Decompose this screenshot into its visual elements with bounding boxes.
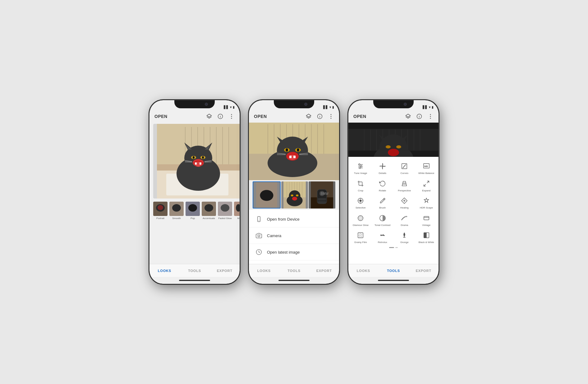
menu-item-camera[interactable]: Camera [249,227,339,244]
home-indicator [149,277,240,284]
tool-drama[interactable]: Drama [393,211,416,229]
tool-label-bw: Black & White [419,241,434,244]
tool-brush[interactable]: Brush [372,194,394,211]
look-smooth[interactable]: Smooth [169,202,184,220]
header-icons [305,113,334,119]
tool-grunge[interactable]: Grunge [393,228,416,246]
gallery-thumb-3[interactable]: BMW [309,181,335,208]
perspective-icon [400,179,409,188]
nav-tools[interactable]: TOOLS [279,269,309,273]
layers-icon[interactable] [206,113,212,119]
details-icon [378,162,387,171]
info-icon[interactable] [317,113,323,119]
look-pop[interactable]: Pop [186,202,200,220]
tool-grainy[interactable]: Grainy Film [350,228,372,246]
nav-looks[interactable]: LOOKS [348,269,379,273]
gallery-thumb-1[interactable] [253,181,281,208]
tool-healing[interactable]: Healing [393,194,416,211]
svg-rect-69 [324,124,324,154]
menu-item-latest[interactable]: Open latest image [249,244,339,260]
layers-icon[interactable] [405,113,411,119]
clock-icon [255,248,263,256]
nav-looks[interactable]: LOOKS [249,269,279,273]
tool-vintage[interactable]: Vintage [416,211,438,229]
svg-point-76 [286,148,288,152]
tools-panel: Tune Image Details Curves WB [348,157,439,264]
nav-export[interactable]: EXPORT [309,269,339,273]
app-header: OPEN [348,110,439,123]
look-accentuate[interactable]: Accentuate [202,202,216,220]
tool-bw[interactable]: Black & White [416,228,438,246]
svg-point-5 [231,116,232,117]
info-icon[interactable] [217,113,223,119]
tool-label-rotate: Rotate [379,189,386,192]
svg-rect-68 [317,124,318,154]
svg-point-111 [258,235,260,237]
wifi-icon: ▾ [329,105,331,109]
svg-marker-0 [207,114,212,117]
svg-rect-90 [287,182,287,197]
open-button[interactable]: OPEN [154,114,168,119]
tool-label-tune: Tune Image [354,172,367,175]
svg-point-87 [260,190,273,201]
look-label-faded-glow: Faded Glow [218,217,232,220]
svg-marker-51 [306,114,311,117]
info-icon[interactable] [416,113,422,119]
tool-hdr[interactable]: HDR Scape [416,194,438,211]
gallery-thumb-2[interactable] [281,181,308,208]
svg-point-176 [360,236,360,237]
tool-rotate[interactable]: Rotate [372,177,394,194]
open-menu: Open from Device Camera [249,210,339,264]
tool-label-healing: Healing [400,206,409,209]
tool-crop[interactable]: Crop [350,177,372,194]
nav-export[interactable]: EXPORT [209,269,240,273]
more-icon[interactable] [228,113,235,119]
menu-item-device[interactable]: Open from Device [249,211,339,227]
tool-curves[interactable]: Curves [393,159,416,177]
svg-point-177 [361,236,361,237]
crop-icon [356,179,365,188]
phone-open: ▋▋ ▾ ▮ OPEN [249,100,339,284]
tool-retrolux[interactable]: Retrolux [372,228,394,246]
layers-icon[interactable] [305,113,312,119]
nav-tools[interactable]: TOOLS [180,269,210,273]
main-image [348,123,439,157]
svg-point-28 [202,156,204,159]
more-icon[interactable] [328,113,334,119]
bottom-nav: LOOKS TOOLS EXPORT [249,264,339,277]
tool-white-balance[interactable]: WB White Balance [416,159,438,177]
scroll-indicator [348,246,439,249]
look-faded-glow[interactable]: Faded Glow [218,202,232,220]
tool-perspective[interactable]: Perspective [393,177,416,194]
nav-tools[interactable]: TOOLS [379,269,409,273]
svg-point-57 [331,118,332,119]
home-bar [278,280,310,281]
tool-tune-image[interactable]: Tune Image [350,159,372,177]
svg-rect-124 [376,129,377,151]
nav-looks[interactable]: LOOKS [149,269,180,273]
tonal-icon [378,214,387,222]
more-icon[interactable] [427,113,434,119]
svg-point-27 [193,156,195,159]
look-portrait[interactable]: Portrait [153,202,168,220]
svg-line-151 [427,181,429,183]
app-header: OPEN [149,110,240,123]
tool-glamour[interactable]: Glamour Glow [350,211,372,229]
look-m[interactable]: M [234,202,240,220]
open-button[interactable]: OPEN [353,114,366,119]
tool-tonal[interactable]: Tonal Contrast [372,211,394,229]
status-icons: ▋▋ ▾ ▮ [224,105,235,109]
tool-details[interactable]: Details [372,159,394,177]
header-icons [206,113,235,119]
svg-point-142 [359,164,360,165]
tool-expand[interactable]: Expand [416,177,438,194]
svg-point-40 [158,205,163,210]
screen-tools: ▋▋ ▾ ▮ OPEN [348,100,439,284]
open-button[interactable]: OPEN [254,114,267,119]
nav-export[interactable]: EXPORT [408,269,439,273]
tool-selective[interactable]: Selective [350,194,372,211]
svg-text:BMW: BMW [321,192,328,195]
looks-strip: Portrait Smooth Pop [149,200,240,222]
svg-point-119 [430,118,431,119]
menu-label-device: Open from Device [267,217,300,222]
